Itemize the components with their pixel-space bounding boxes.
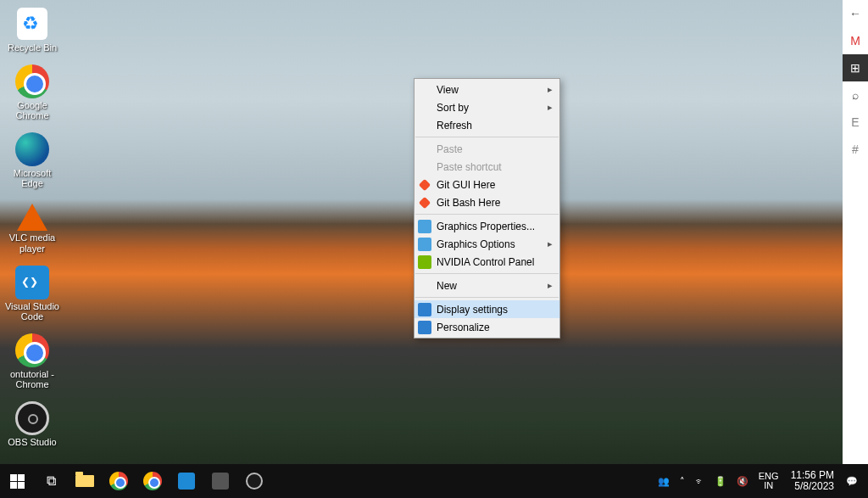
chevron-right-icon: ▸ [548, 84, 553, 95]
icon-label: Microsoft Edge [2, 168, 63, 188]
windows-logo-icon [10, 474, 25, 489]
task-view-icon: ⧉ [47, 473, 56, 489]
file-explorer-button[interactable] [68, 464, 102, 498]
app-icon [212, 473, 229, 490]
personalize-icon [418, 321, 431, 334]
side-grid-icon[interactable]: ⊞ [843, 54, 868, 81]
chevron-right-icon: ▸ [548, 238, 553, 249]
icon-label: VLC media player [2, 232, 63, 253]
menu-separator [415, 214, 559, 215]
icon-label: Google Chrome [2, 100, 63, 120]
side-back-icon[interactable]: ← [843, 0, 868, 27]
menu-git-gui[interactable]: Git GUI Here [415, 176, 559, 193]
chrome-taskbar-button[interactable] [102, 464, 136, 498]
ontutorial-chrome-icon[interactable]: ontutorial - Chrome [0, 330, 64, 394]
icon-label: OBS Studio [2, 437, 63, 447]
volume-mute-icon[interactable]: 🔇 [732, 464, 754, 498]
menu-sort-by[interactable]: Sort by ▸ [415, 98, 559, 116]
chrome-icon [109, 472, 128, 490]
microsoft-edge-icon[interactable]: Microsoft Edge [0, 129, 64, 193]
google-chrome-icon[interactable]: Google Chrome [0, 61, 64, 126]
clock[interactable]: 11:56 PM 5/8/2023 [784, 470, 841, 492]
chrome-icon [143, 472, 162, 490]
menu-graphics-properties[interactable]: Graphics Properties... [415, 217, 559, 235]
wifi-icon[interactable]: ᯤ [690, 464, 709, 498]
language-indicator[interactable]: ENG IN [754, 464, 784, 498]
menu-separator [415, 297, 559, 298]
icon-label: ontutorial - Chrome [2, 369, 63, 389]
taskbar-right: 👥 ˄ ᯤ 🔋 🔇 ENG IN 11:56 PM 5/8/2023 💬 [653, 464, 868, 498]
taskbar-left: ⧉ [0, 464, 271, 498]
vscode-icon[interactable]: Visual Studio Code [0, 262, 64, 327]
menu-graphics-options[interactable]: Graphics Options ▸ [415, 235, 559, 253]
intel-graphics-icon [418, 220, 431, 233]
side-e-icon[interactable]: E [843, 109, 868, 136]
vscode-taskbar-button[interactable] [170, 464, 203, 498]
menu-display-settings[interactable]: Display settings [415, 300, 559, 318]
intel-graphics-icon [418, 238, 431, 251]
obs-studio-icon[interactable]: OBS Studio [0, 398, 64, 452]
battery-icon[interactable]: 🔋 [709, 464, 732, 498]
menu-git-bash[interactable]: Git Bash Here [415, 193, 559, 211]
chevron-right-icon: ▸ [548, 280, 553, 291]
chrome-taskbar-button-2[interactable] [136, 464, 170, 498]
taskbar: ⧉ 👥 ˄ ᯤ 🔋 🔇 ENG IN 11:56 PM 5/8/2023 💬 [0, 464, 868, 498]
icon-label: Visual Studio Code [2, 301, 63, 322]
menu-nvidia-control-panel[interactable]: NVIDIA Control Panel [415, 253, 559, 271]
menu-view[interactable]: View ▸ [415, 81, 559, 98]
menu-paste-shortcut: Paste shortcut [415, 158, 559, 176]
icon-label: Recycle Bin [2, 42, 63, 53]
vlc-player-icon[interactable]: VLC media player [0, 197, 64, 258]
recycle-bin-icon[interactable]: Recycle Bin [0, 3, 64, 58]
display-icon [418, 303, 431, 316]
git-icon [418, 196, 431, 210]
right-side-panel: ← M ⊞ ⌕ E # [843, 0, 868, 464]
menu-paste: Paste [415, 140, 559, 158]
app-taskbar-button[interactable] [203, 464, 237, 498]
side-mail-icon[interactable]: M [843, 27, 868, 54]
side-hash-icon[interactable]: # [843, 136, 868, 163]
menu-personalize[interactable]: Personalize [415, 318, 559, 336]
menu-separator [415, 273, 559, 274]
obs-icon [246, 473, 263, 490]
date-text: 5/8/2023 [791, 481, 834, 492]
folder-icon [75, 475, 94, 487]
menu-new[interactable]: New ▸ [415, 277, 559, 294]
vscode-icon [178, 473, 195, 490]
task-view-button[interactable]: ⧉ [34, 464, 68, 498]
desktop-context-menu: View ▸ Sort by ▸ Refresh Paste Paste sho… [414, 78, 560, 339]
show-desktop-button[interactable] [863, 464, 868, 498]
obs-taskbar-button[interactable] [237, 464, 271, 498]
desktop-icons: Recycle Bin Google Chrome Microsoft Edge… [0, 3, 76, 456]
tray-chevron-up-icon[interactable]: ˄ [675, 464, 690, 498]
nvidia-icon [418, 255, 431, 269]
menu-refresh[interactable]: Refresh [415, 116, 559, 134]
start-button[interactable] [0, 464, 34, 498]
git-icon [418, 178, 431, 192]
menu-separator [415, 137, 559, 137]
chevron-right-icon: ▸ [548, 102, 553, 113]
side-search-icon[interactable]: ⌕ [843, 81, 868, 109]
meet-now-icon[interactable]: 👥 [653, 464, 675, 498]
action-center-icon[interactable]: 💬 [841, 464, 863, 498]
